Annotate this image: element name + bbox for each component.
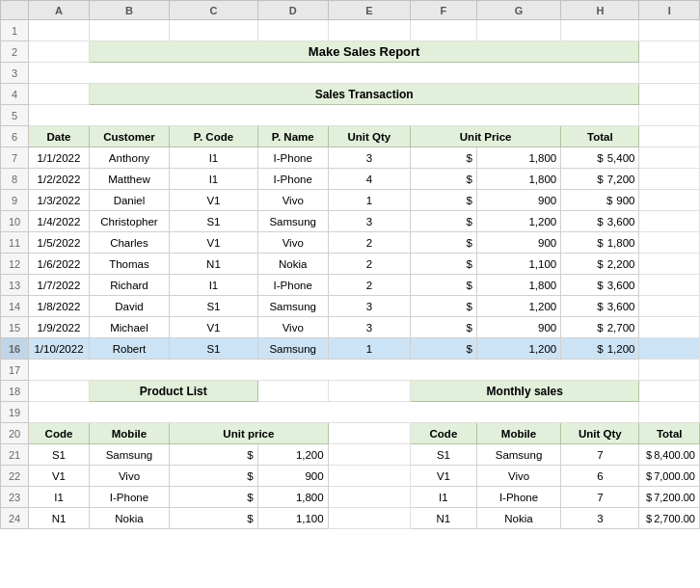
row-num-18: 18: [1, 381, 29, 402]
cell-pname-5: Vivo: [257, 232, 328, 254]
row-21: 21 S1 Samsung $ 1,200 S1 Samsung 7 $8,40…: [1, 444, 700, 466]
cell-dollar-4: $: [411, 211, 477, 232]
cell-row5: [29, 105, 639, 126]
cell-pname-4: Samsung: [257, 211, 328, 232]
row-19: 19: [1, 402, 700, 423]
cell-pname-9: Vivo: [257, 317, 328, 338]
monthly-header-total: Total: [639, 423, 700, 444]
cell-customer-6: Thomas: [89, 254, 169, 275]
sales-row-4: 10 1/4/2022 Christopher S1 Samsung 3 $ 1…: [1, 211, 700, 232]
cell-row3: [29, 63, 639, 84]
cell-i1: [639, 20, 700, 41]
monthly-mobile-3: I-Phone: [476, 487, 560, 508]
product-section-title: Product List: [89, 381, 257, 402]
cell-a4: [29, 84, 90, 105]
cell-row17: [29, 360, 639, 381]
col-e-header: E: [328, 1, 410, 20]
monthly-header-qty: Unit Qty: [561, 423, 639, 444]
monthly-section-title: Monthly sales: [411, 381, 639, 402]
cell-a2: [29, 41, 90, 63]
cell-dollar-5: $: [411, 232, 477, 254]
cell-customer-1: Anthony: [89, 147, 169, 169]
row-23: 23 I1 I-Phone $ 1,800 I1 I-Phone 7 $7,20…: [1, 487, 700, 508]
product-price-3: 1,800: [257, 487, 328, 508]
cell-uprice-8: 1,200: [476, 296, 560, 317]
cell-customer-10: Robert: [89, 338, 169, 360]
row-4: 4 Sales Transaction: [1, 84, 700, 105]
cell-i11: [639, 232, 700, 254]
row-1: 1: [1, 20, 700, 41]
cell-i14: [639, 296, 700, 317]
cell-i5: [639, 105, 700, 126]
cell-pcode-2: I1: [170, 169, 258, 190]
cell-row19: [29, 402, 639, 423]
cell-a18: [29, 381, 90, 402]
cell-total-4: $3,600: [561, 211, 639, 232]
monthly-code-4: N1: [411, 508, 477, 529]
cell-customer-8: David: [89, 296, 169, 317]
cell-i19: [639, 402, 700, 423]
cell-qty-1: 3: [328, 147, 410, 169]
cell-total-8: $3,600: [561, 296, 639, 317]
cell-pcode-5: V1: [170, 232, 258, 254]
cell-i12: [639, 254, 700, 275]
sales-section-title: Sales Transaction: [89, 84, 639, 105]
row-17: 17: [1, 360, 700, 381]
sales-header-pcode: P. Code: [170, 126, 258, 147]
cell-date-4: 1/4/2022: [29, 211, 90, 232]
product-mobile-4: Nokia: [89, 508, 169, 529]
product-dollar-3: $: [170, 487, 258, 508]
row-5: 5: [1, 105, 700, 126]
cell-date-7: 1/7/2022: [29, 275, 90, 296]
cell-pcode-3: V1: [170, 190, 258, 211]
monthly-qty-4: 3: [561, 508, 639, 529]
sales-row-3: 9 1/3/2022 Daniel V1 Vivo 1 $ 900 $900: [1, 190, 700, 211]
cell-qty-5: 2: [328, 232, 410, 254]
cell-pcode-10: S1: [170, 338, 258, 360]
cell-e20: [328, 423, 410, 444]
row-num-15: 15: [1, 317, 29, 338]
row-num-24: 24: [1, 508, 29, 529]
cell-i18: [639, 381, 700, 402]
cell-date-2: 1/2/2022: [29, 169, 90, 190]
cell-customer-4: Christopher: [89, 211, 169, 232]
cell-total-5: $1,800: [561, 232, 639, 254]
sales-header-total: Total: [561, 126, 639, 147]
cell-dollar-8: $: [411, 296, 477, 317]
cell-pname-3: Vivo: [257, 190, 328, 211]
row-num-2: 2: [1, 41, 29, 63]
cell-date-5: 1/5/2022: [29, 232, 90, 254]
cell-date-8: 1/8/2022: [29, 296, 90, 317]
row-num-22: 22: [1, 466, 29, 487]
row-num-7: 7: [1, 147, 29, 169]
cell-i7: [639, 147, 700, 169]
cell-uprice-10: 1,200: [476, 338, 560, 360]
sales-row-8: 14 1/8/2022 David S1 Samsung 3 $ 1,200 $…: [1, 296, 700, 317]
product-mobile-3: I-Phone: [89, 487, 169, 508]
cell-uprice-9: 900: [476, 317, 560, 338]
cell-total-1: $5,400: [561, 147, 639, 169]
cell-i8: [639, 169, 700, 190]
sales-row-10: 16 1/10/2022 Robert S1 Samsung 1 $ 1,200…: [1, 338, 700, 360]
cell-i13: [639, 275, 700, 296]
row-num-1: 1: [1, 20, 29, 41]
row-22: 22 V1 Vivo $ 900 V1 Vivo 6 $7,000.00: [1, 466, 700, 487]
row-num-4: 4: [1, 84, 29, 105]
cell-qty-3: 1: [328, 190, 410, 211]
row-num-5: 5: [1, 105, 29, 126]
main-title: Make Sales Report: [89, 41, 639, 63]
product-code-2: V1: [29, 466, 90, 487]
product-header-mobile: Mobile: [89, 423, 169, 444]
cell-qty-6: 2: [328, 254, 410, 275]
cell-customer-5: Charles: [89, 232, 169, 254]
cell-pname-7: I-Phone: [257, 275, 328, 296]
monthly-header-mobile: Mobile: [476, 423, 560, 444]
monthly-code-2: V1: [411, 466, 477, 487]
cell-dollar-10: $: [411, 338, 477, 360]
row-num-14: 14: [1, 296, 29, 317]
cell-uprice-6: 1,100: [476, 254, 560, 275]
cell-total-6: $2,200: [561, 254, 639, 275]
monthly-total-3: $7,200.00: [639, 487, 700, 508]
sales-row-1: 7 1/1/2022 Anthony I1 I-Phone 3 $ 1,800 …: [1, 147, 700, 169]
cell-qty-10: 1: [328, 338, 410, 360]
